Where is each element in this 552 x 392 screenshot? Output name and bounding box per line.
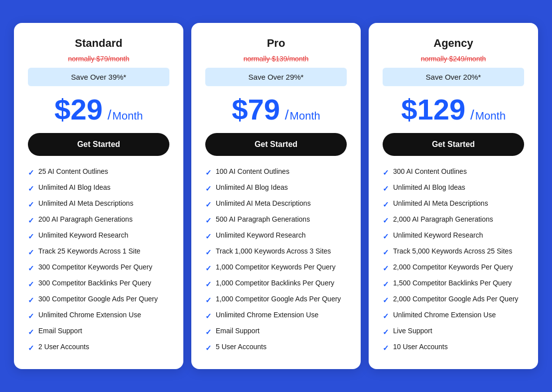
- feature-item-standard-2: ✓ Unlimited AI Meta Descriptions: [28, 199, 169, 210]
- feature-text-standard-9: Unlimited Chrome Extension Use: [38, 310, 141, 320]
- feature-item-pro-4: ✓ Unlimited Keyword Research: [205, 231, 347, 242]
- feature-item-standard-3: ✓ 200 AI Paragraph Generations: [28, 215, 169, 226]
- feature-text-pro-5: Track 1,000 Keywords Across 3 Sites: [216, 247, 331, 257]
- feature-text-agency-5: Track 5,000 Keywords Across 25 Sites: [393, 247, 512, 257]
- feature-text-agency-2: Unlimited AI Meta Descriptions: [393, 199, 488, 209]
- price-slash-agency: /: [466, 107, 474, 123]
- check-icon-pro-5: ✓: [205, 247, 212, 258]
- feature-item-agency-6: ✓ 2,000 Competitor Keywords Per Query: [383, 262, 524, 273]
- price-row-standard: $29 / Month: [28, 95, 169, 124]
- price-slash-pro: /: [281, 107, 289, 123]
- feature-item-standard-0: ✓ 25 AI Content Outlines: [28, 167, 169, 178]
- check-icon-agency-5: ✓: [383, 247, 389, 258]
- pricing-container: Standard normally $79/month Save Over 39…: [10, 23, 542, 369]
- features-list-agency: ✓ 300 AI Content Outlines ✓ Unlimited AI…: [383, 167, 524, 353]
- plan-name-pro: Pro: [205, 37, 347, 50]
- feature-item-standard-8: ✓ 300 Competitor Google Ads Per Query: [28, 294, 169, 305]
- check-icon-standard-4: ✓: [28, 231, 34, 242]
- check-icon-agency-1: ✓: [383, 183, 389, 194]
- check-icon-pro-1: ✓: [205, 183, 212, 194]
- feature-text-agency-6: 2,000 Competitor Keywords Per Query: [393, 262, 513, 272]
- feature-text-agency-1: Unlimited AI Blog Ideas: [393, 183, 465, 193]
- feature-item-standard-1: ✓ Unlimited AI Blog Ideas: [28, 183, 169, 194]
- feature-item-standard-6: ✓ 300 Competitor Keywords Per Query: [28, 262, 169, 273]
- price-row-pro: $79 / Month: [205, 95, 347, 124]
- plan-name-standard: Standard: [28, 37, 169, 50]
- feature-item-pro-1: ✓ Unlimited AI Blog Ideas: [205, 183, 347, 194]
- original-price-pro: normally $139/month: [205, 55, 347, 63]
- feature-text-standard-4: Unlimited Keyword Research: [38, 231, 129, 241]
- feature-item-agency-4: ✓ Unlimited Keyword Research: [383, 231, 524, 242]
- check-icon-pro-6: ✓: [205, 263, 212, 273]
- feature-item-agency-3: ✓ 2,000 AI Paragraph Generations: [383, 215, 524, 226]
- feature-item-agency-0: ✓ 300 AI Content Outlines: [383, 167, 524, 178]
- feature-text-pro-3: 500 AI Paragraph Generations: [216, 215, 310, 225]
- feature-item-standard-5: ✓ Track 25 Keywords Across 1 Site: [28, 247, 169, 258]
- check-icon-pro-0: ✓: [205, 167, 212, 178]
- price-slash-standard: /: [104, 107, 112, 123]
- feature-item-standard-10: ✓ Email Support: [28, 326, 169, 337]
- feature-text-standard-5: Track 25 Keywords Across 1 Site: [38, 247, 140, 257]
- price-amount-pro: $79: [232, 95, 280, 124]
- feature-text-pro-9: Unlimited Chrome Extension Use: [216, 310, 318, 320]
- price-row-agency: $129 / Month: [383, 95, 524, 124]
- feature-item-pro-0: ✓ 100 AI Content Outlines: [205, 167, 347, 178]
- check-icon-pro-8: ✓: [205, 295, 212, 305]
- feature-text-agency-8: 2,000 Competitor Google Ads Per Query: [393, 294, 518, 304]
- check-icon-pro-10: ✓: [205, 327, 212, 337]
- feature-text-pro-8: 1,000 Competitor Google Ads Per Query: [216, 294, 341, 304]
- check-icon-pro-3: ✓: [205, 215, 212, 226]
- check-icon-pro-2: ✓: [205, 199, 212, 210]
- check-icon-agency-4: ✓: [383, 231, 389, 242]
- check-icon-standard-6: ✓: [28, 263, 34, 273]
- feature-item-pro-8: ✓ 1,000 Competitor Google Ads Per Query: [205, 294, 347, 305]
- feature-item-agency-7: ✓ 1,500 Competitor Backlinks Per Query: [383, 278, 524, 289]
- save-badge-pro: Save Over 29%*: [205, 68, 347, 86]
- feature-text-standard-8: 300 Competitor Google Ads Per Query: [38, 294, 158, 304]
- original-price-standard: normally $79/month: [28, 55, 169, 63]
- check-icon-standard-11: ✓: [28, 343, 34, 353]
- original-price-agency: normally $249/month: [383, 55, 524, 63]
- check-icon-standard-5: ✓: [28, 247, 34, 258]
- price-period-pro: Month: [290, 110, 320, 123]
- feature-item-agency-1: ✓ Unlimited AI Blog Ideas: [383, 183, 524, 194]
- feature-text-standard-6: 300 Competitor Keywords Per Query: [38, 262, 152, 272]
- check-icon-agency-2: ✓: [383, 199, 389, 210]
- check-icon-standard-0: ✓: [28, 167, 34, 178]
- features-list-standard: ✓ 25 AI Content Outlines ✓ Unlimited AI …: [28, 167, 169, 353]
- plan-card-agency: Agency normally $249/month Save Over 20%…: [369, 23, 538, 369]
- feature-text-agency-9: Unlimited Chrome Extension Use: [393, 310, 496, 320]
- get-started-button-agency[interactable]: Get Started: [383, 133, 524, 156]
- check-icon-standard-8: ✓: [28, 295, 34, 305]
- check-icon-agency-10: ✓: [383, 327, 389, 337]
- feature-item-pro-9: ✓ Unlimited Chrome Extension Use: [205, 310, 347, 321]
- features-list-pro: ✓ 100 AI Content Outlines ✓ Unlimited AI…: [205, 167, 347, 353]
- feature-text-pro-1: Unlimited AI Blog Ideas: [216, 183, 288, 193]
- feature-item-agency-9: ✓ Unlimited Chrome Extension Use: [383, 310, 524, 321]
- feature-text-agency-11: 10 User Accounts: [393, 342, 448, 352]
- check-icon-standard-10: ✓: [28, 327, 34, 337]
- feature-item-pro-11: ✓ 5 User Accounts: [205, 342, 347, 353]
- feature-text-agency-3: 2,000 AI Paragraph Generations: [393, 215, 493, 225]
- feature-item-agency-8: ✓ 2,000 Competitor Google Ads Per Query: [383, 294, 524, 305]
- feature-item-pro-7: ✓ 1,000 Competitor Backlinks Per Query: [205, 278, 347, 289]
- feature-item-standard-7: ✓ 300 Competitor Backlinks Per Query: [28, 278, 169, 289]
- price-period-standard: Month: [113, 110, 143, 123]
- check-icon-standard-3: ✓: [28, 215, 34, 226]
- feature-text-pro-10: Email Support: [216, 326, 260, 336]
- check-icon-agency-0: ✓: [383, 167, 389, 178]
- check-icon-agency-8: ✓: [383, 295, 389, 305]
- get-started-button-standard[interactable]: Get Started: [28, 133, 169, 156]
- feature-text-pro-11: 5 User Accounts: [216, 342, 267, 352]
- plan-card-pro: Pro normally $139/month Save Over 29%* $…: [191, 23, 361, 369]
- check-icon-agency-9: ✓: [383, 311, 389, 321]
- feature-text-agency-7: 1,500 Competitor Backlinks Per Query: [393, 278, 512, 288]
- price-period-agency: Month: [475, 110, 506, 123]
- save-badge-standard: Save Over 39%*: [28, 68, 169, 86]
- feature-item-pro-10: ✓ Email Support: [205, 326, 347, 337]
- check-icon-pro-9: ✓: [205, 311, 212, 321]
- feature-text-standard-2: Unlimited AI Meta Descriptions: [38, 199, 134, 209]
- get-started-button-pro[interactable]: Get Started: [205, 133, 347, 156]
- feature-text-agency-10: Live Support: [393, 326, 432, 336]
- check-icon-pro-11: ✓: [205, 343, 212, 353]
